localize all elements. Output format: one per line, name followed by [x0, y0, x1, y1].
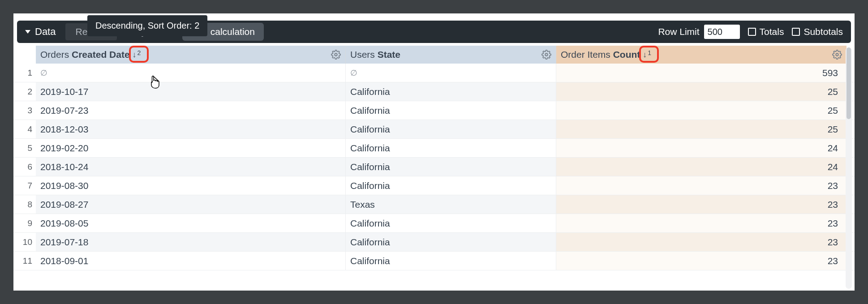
- header-label: Orders Created Date: [40, 49, 130, 60]
- cell-state[interactable]: California: [346, 233, 556, 251]
- cell-state[interactable]: California: [346, 139, 556, 157]
- scroll-thumb[interactable]: [847, 47, 851, 119]
- cell-created-date[interactable]: 2019-07-23: [36, 101, 346, 120]
- header-label: Order Items Count: [561, 49, 640, 60]
- svg-point-0: [335, 53, 337, 56]
- row-number: 6: [13, 158, 36, 176]
- arrow-down-icon: ↓: [643, 50, 647, 60]
- header-prefix: Orders: [40, 49, 72, 60]
- sort-indicator[interactable]: ↓ 2: [133, 50, 141, 60]
- row-number: 1: [13, 64, 36, 82]
- row-number: 8: [13, 195, 36, 214]
- cell-state[interactable]: California: [346, 252, 556, 270]
- data-label-text: Data: [35, 26, 56, 38]
- cell-created-date[interactable]: 2019-08-30: [36, 176, 346, 195]
- cell-state[interactable]: ∅: [346, 64, 556, 82]
- cell-count[interactable]: 23: [556, 195, 847, 214]
- tooltip-text: Descending, Sort Order: 2: [95, 21, 199, 30]
- header-field: Created Date: [72, 49, 130, 60]
- sort-order-number: 1: [648, 49, 651, 56]
- cell-created-date[interactable]: 2019-08-27: [36, 195, 346, 214]
- arrow-down-icon: ↓: [133, 50, 137, 60]
- subtotals-checkbox[interactable]: Subtotals: [792, 26, 843, 37]
- header-row: Orders Created Date ↓ 2 Users State: [13, 46, 855, 64]
- row-number: 10: [13, 233, 36, 251]
- table-row: 82019-08-27Texas23: [13, 195, 855, 214]
- cell-created-date[interactable]: 2019-07-18: [36, 233, 346, 251]
- svg-point-1: [545, 53, 548, 56]
- table-row: 102019-07-18California23: [13, 233, 855, 252]
- row-limit-input[interactable]: [704, 25, 740, 39]
- cell-created-date[interactable]: 2018-12-03: [36, 120, 346, 138]
- sort-indicator[interactable]: ↓ 1: [643, 50, 651, 60]
- cell-count[interactable]: 593: [556, 64, 847, 82]
- gear-icon[interactable]: [331, 50, 341, 60]
- cell-count[interactable]: 23: [556, 176, 847, 195]
- header-field: Count: [613, 49, 640, 60]
- results-grid: Orders Created Date ↓ 2 Users State: [13, 46, 855, 270]
- sort-order-number: 2: [138, 49, 141, 56]
- row-number: 4: [13, 120, 36, 138]
- cell-state[interactable]: California: [346, 158, 556, 176]
- cell-state[interactable]: Texas: [346, 195, 556, 214]
- cell-created-date[interactable]: 2018-09-01: [36, 252, 346, 270]
- cell-count[interactable]: 24: [556, 139, 847, 157]
- row-number: 11: [13, 252, 36, 270]
- table-row: 62018-10-24California24: [13, 158, 855, 176]
- cell-count[interactable]: 23: [556, 252, 847, 270]
- results-table-wrap: Orders Created Date ↓ 2 Users State: [13, 46, 855, 291]
- cell-state[interactable]: California: [346, 176, 556, 195]
- cell-count[interactable]: 25: [556, 82, 847, 101]
- toolbar-right: Row Limit Totals Subtotals: [658, 25, 843, 39]
- row-limit-label: Row Limit: [658, 26, 699, 37]
- cell-created-date[interactable]: 2019-02-20: [36, 139, 346, 157]
- svg-point-2: [836, 53, 838, 56]
- cell-state[interactable]: California: [346, 101, 556, 120]
- subtotals-label: Subtotals: [804, 26, 843, 37]
- table-row: 72019-08-30California23: [13, 176, 855, 195]
- totals-checkbox[interactable]: Totals: [748, 26, 784, 37]
- column-header-count[interactable]: Order Items Count ↓ 1: [556, 46, 847, 64]
- caret-down-icon: [25, 30, 30, 34]
- header-prefix: Order Items: [561, 49, 613, 60]
- rownum-header: [13, 46, 36, 64]
- header-field: State: [378, 49, 400, 60]
- cell-state[interactable]: California: [346, 214, 556, 232]
- table-row: 52019-02-20California24: [13, 139, 855, 158]
- row-number: 9: [13, 214, 36, 232]
- cell-count[interactable]: 25: [556, 101, 847, 120]
- gear-icon[interactable]: [541, 50, 551, 60]
- table-row: 22019-10-17California25: [13, 82, 855, 101]
- cell-count[interactable]: 23: [556, 233, 847, 251]
- vertical-scrollbar[interactable]: [846, 47, 852, 289]
- cell-created-date[interactable]: 2019-10-17: [36, 82, 346, 101]
- checkbox-icon: [748, 28, 756, 36]
- cell-state[interactable]: California: [346, 82, 556, 101]
- data-section-toggle[interactable]: Data: [25, 26, 56, 38]
- cell-count[interactable]: 25: [556, 120, 847, 138]
- row-number: 2: [13, 82, 36, 101]
- explore-panel: Data Results SQL Add calculation Row Lim…: [13, 13, 855, 291]
- totals-label: Totals: [760, 26, 784, 37]
- table-row: 92019-08-05California23: [13, 214, 855, 233]
- header-label: Users State: [350, 49, 400, 60]
- cell-count[interactable]: 23: [556, 214, 847, 232]
- column-header-state[interactable]: Users State: [346, 46, 556, 64]
- column-header-created-date[interactable]: Orders Created Date ↓ 2: [36, 46, 346, 64]
- cell-created-date[interactable]: 2019-08-05: [36, 214, 346, 232]
- cell-created-date[interactable]: ∅: [36, 64, 346, 82]
- checkbox-icon: [792, 28, 800, 36]
- cell-created-date[interactable]: 2018-10-24: [36, 158, 346, 176]
- table-row: 112018-09-01California23: [13, 252, 855, 270]
- row-limit-group: Row Limit: [658, 25, 739, 39]
- table-row: 1∅∅593: [13, 64, 855, 82]
- row-number: 7: [13, 176, 36, 195]
- gear-icon[interactable]: [832, 50, 842, 60]
- table-row: 42018-12-03California25: [13, 120, 855, 139]
- cell-state[interactable]: California: [346, 120, 556, 138]
- row-number: 5: [13, 139, 36, 157]
- table-row: 32019-07-23California25: [13, 101, 855, 120]
- cell-count[interactable]: 24: [556, 158, 847, 176]
- row-number: 3: [13, 101, 36, 120]
- header-prefix: Users: [350, 49, 378, 60]
